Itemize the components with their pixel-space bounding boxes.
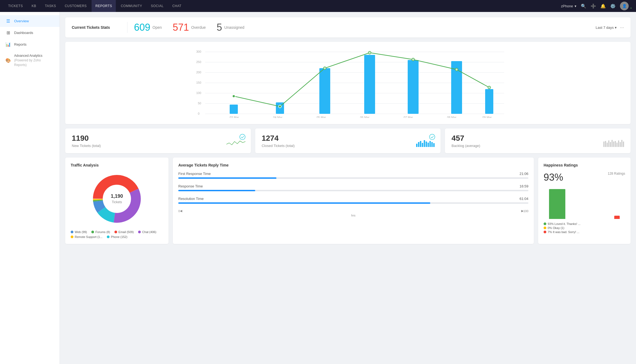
svg-rect-51 — [610, 142, 611, 147]
closed-tickets-sparkline — [416, 139, 435, 148]
svg-text:09 Mar: 09 Mar — [482, 116, 492, 118]
backlog-label: Backlog (average) — [451, 144, 624, 148]
loved-label: 93% Loved it. Thanks! ... — [548, 222, 581, 225]
first-response-row: First Response Time 21:06 — [178, 172, 528, 179]
svg-rect-41 — [424, 140, 425, 147]
add-icon[interactable]: ➕ — [591, 4, 596, 9]
reports-icon: 📊 — [5, 42, 11, 47]
metric-cards: 1190 New Tickets (total) 1274 Closed Tic… — [65, 128, 631, 153]
first-response-label: First Response Time — [178, 172, 211, 176]
happy-bar — [549, 189, 565, 219]
svg-rect-55 — [616, 143, 618, 147]
first-response-bar-bg — [178, 177, 528, 179]
response-time-bar-bg — [178, 190, 528, 191]
svg-text:150: 150 — [196, 81, 201, 84]
svg-rect-42 — [426, 142, 427, 147]
closed-tickets-label: Closed Tickets (total) — [262, 144, 434, 148]
open-stat: 609 Open — [134, 22, 162, 33]
svg-text:50: 50 — [198, 102, 201, 105]
svg-rect-43 — [428, 143, 429, 147]
svg-point-25 — [412, 58, 414, 61]
svg-rect-14 — [230, 105, 238, 114]
sidebar-label-dashboards: Dashboards — [14, 31, 33, 35]
legend-bad: 7% It was bad. Sorry! ... — [544, 230, 625, 234]
nav-kb[interactable]: KB — [28, 0, 40, 12]
user-avatar[interactable]: 👤 — [620, 2, 629, 10]
legend-okay: 0% Okay (1) — [544, 226, 625, 230]
phone-dot — [107, 236, 110, 238]
metric-card-closed-tickets: 1274 Closed Tickets (total) — [255, 128, 441, 153]
date-filter-label: Last 7 days — [596, 26, 614, 30]
happiness-header: 93% 128 Ratings — [544, 172, 625, 183]
sidebar-item-dashboards[interactable]: ⊞ Dashboards — [0, 27, 60, 39]
unassigned-stat: 5 Unassigned — [217, 22, 244, 33]
svg-point-24 — [368, 51, 371, 54]
chat-dot — [138, 231, 141, 233]
resolution-time-bar-bg — [178, 202, 528, 204]
svg-rect-48 — [605, 141, 606, 147]
metric-card-backlog: 457 Backlog (average) — [445, 128, 631, 153]
top-navigation: TICKETS KB TASKS CUSTOMERS REPORTS COMMU… — [0, 0, 636, 12]
happiness-percentage: 93% — [544, 172, 563, 183]
happiness-title: Happiness Ratings — [544, 163, 625, 167]
more-options-button[interactable]: ··· — [620, 25, 624, 30]
svg-rect-54 — [615, 141, 616, 147]
nav-customers[interactable]: CUSTOMERS — [61, 0, 91, 12]
unassigned-label: Unassigned — [224, 25, 244, 30]
unassigned-count: 5 — [217, 22, 222, 33]
first-response-bar — [178, 177, 276, 179]
bad-bar — [614, 216, 620, 219]
forums-label: Forums (8) — [95, 230, 110, 234]
bad-dot — [544, 231, 546, 233]
overdue-count: 571 — [173, 22, 189, 33]
dashboards-icon: ⊞ — [5, 30, 11, 35]
overdue-label: Overdue — [191, 25, 206, 30]
bottom-row: Traffic Analysis — [65, 158, 631, 244]
svg-rect-52 — [612, 140, 613, 147]
phone-label: Phone (152) — [111, 235, 127, 239]
nav-tasks[interactable]: TASKS — [41, 0, 60, 12]
svg-rect-17 — [364, 55, 375, 114]
scale-left-arrow-icon: ◀ — [180, 209, 182, 213]
reply-time-card: Average Tickets Reply Time First Respons… — [173, 158, 534, 244]
search-icon[interactable]: 🔍 — [581, 4, 586, 9]
sidebar-item-advanced-analytics[interactable]: 🎨 Advanced Analytics(Powered by Zoho Rep… — [0, 50, 60, 70]
svg-rect-38 — [418, 142, 419, 147]
user-selector[interactable]: zPhone ▾ — [561, 4, 576, 8]
resolution-time-row: Resolution Time 61:04 — [178, 197, 528, 204]
email-dot — [114, 231, 117, 233]
chat-label: Chat (406) — [142, 230, 156, 234]
notifications-icon[interactable]: 🔔 — [600, 4, 606, 9]
legend-forums: Forums (8) — [91, 230, 110, 234]
advanced-analytics-icon: 🎨 — [5, 58, 11, 63]
svg-rect-47 — [603, 142, 604, 147]
nav-tickets[interactable]: TICKETS — [4, 0, 27, 12]
svg-point-23 — [323, 67, 326, 70]
svg-text:04 Mar: 04 Mar — [273, 116, 283, 118]
sidebar-item-reports[interactable]: 📊 Reports — [0, 39, 60, 50]
overview-icon: ☰ — [5, 18, 11, 24]
reply-time-title: Average Tickets Reply Time — [178, 163, 528, 167]
sidebar-item-overview[interactable]: ☰ Overview — [0, 15, 60, 27]
svg-rect-20 — [485, 89, 493, 114]
response-time-value: 16:59 — [519, 184, 528, 188]
svg-text:05 Mar: 05 Mar — [317, 116, 326, 118]
nav-community[interactable]: COMMUNITY — [117, 0, 146, 12]
svg-rect-37 — [416, 144, 417, 147]
chart-svg: 0 50 100 150 200 250 300 — [71, 47, 625, 118]
nav-social[interactable]: SOCIAL — [147, 0, 167, 12]
settings-icon[interactable]: ⚙️ — [610, 4, 616, 9]
nav-reports[interactable]: REPORTS — [92, 0, 116, 12]
resolution-time-label: Resolution Time — [178, 197, 204, 201]
sidebar-label-overview: Overview — [14, 19, 29, 23]
ticket-chart: 0 50 100 150 200 250 300 — [65, 42, 631, 124]
donut-chart: 1,190 Tickets — [71, 172, 163, 226]
traffic-analysis-card: Traffic Analysis — [65, 158, 169, 244]
legend-phone: Phone (152) — [107, 235, 127, 239]
svg-rect-40 — [422, 143, 423, 147]
nav-chat[interactable]: CHAT — [169, 0, 185, 12]
date-filter[interactable]: Last 7 days ▾ — [596, 26, 617, 30]
metric-card-new-tickets: 1190 New Tickets (total) — [65, 128, 251, 153]
resolution-time-bar — [178, 202, 430, 204]
stats-right: Last 7 days ▾ ··· — [596, 25, 624, 30]
